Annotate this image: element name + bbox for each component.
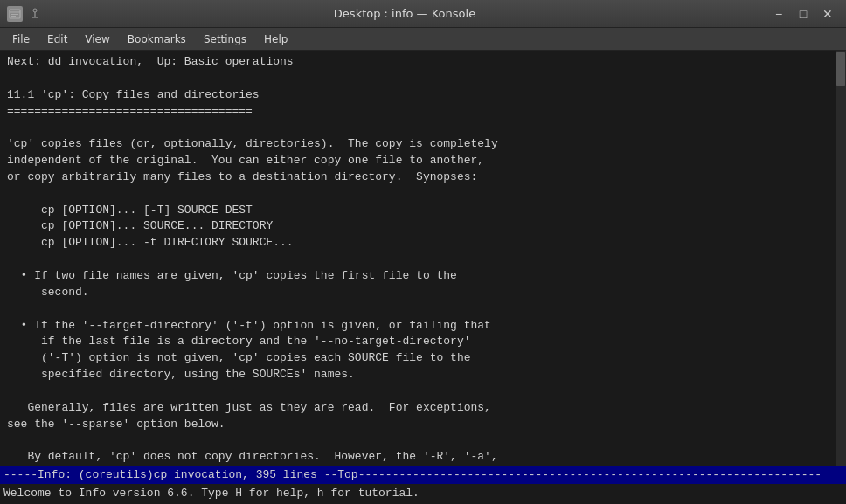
terminal-content: 11.1 'cp': Copy files and directories ==…: [7, 71, 839, 499]
terminal-area: Next: dd invocation, Up: Basic operation…: [0, 51, 846, 504]
window-title: Desktop : info — Konsole: [42, 7, 767, 20]
menu-help[interactable]: Help: [255, 31, 296, 48]
terminal-nav-line: Next: dd invocation, Up: Basic operation…: [7, 54, 839, 71]
scrollbar-thumb[interactable]: [836, 52, 845, 86]
menu-settings[interactable]: Settings: [195, 31, 255, 48]
titlebar-left: [7, 6, 42, 22]
maximize-button[interactable]: □: [792, 4, 815, 24]
menu-bookmarks[interactable]: Bookmarks: [119, 31, 195, 48]
window-controls: − □ ✕: [767, 4, 839, 24]
info-status-bar: -----Info: (coreutils)cp invocation, 395…: [0, 466, 846, 485]
svg-rect-3: [11, 16, 16, 17]
minimize-button[interactable]: −: [767, 4, 790, 24]
pin-icon: [28, 7, 42, 21]
app-icon: [7, 6, 23, 22]
menu-view[interactable]: View: [76, 31, 118, 48]
close-button[interactable]: ✕: [816, 4, 839, 24]
svg-point-4: [33, 9, 37, 12]
titlebar: Desktop : info — Konsole − □ ✕: [0, 0, 846, 28]
menu-edit[interactable]: Edit: [38, 31, 76, 48]
welcome-bar: Welcome to Info version 6.6. Type H for …: [0, 484, 846, 504]
svg-rect-2: [11, 14, 18, 15]
menu-file[interactable]: File: [3, 31, 38, 48]
menubar: File Edit View Bookmarks Settings Help: [0, 28, 846, 51]
scrollbar[interactable]: [836, 51, 846, 466]
